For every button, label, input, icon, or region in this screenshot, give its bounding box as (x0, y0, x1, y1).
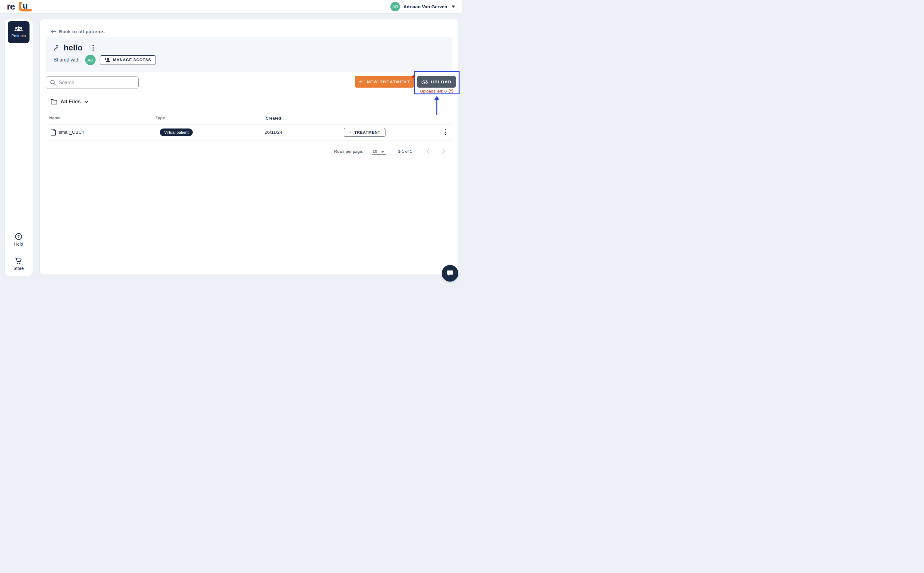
person-add-icon (105, 58, 110, 63)
user-name: Adriaan Van Gerven (403, 4, 447, 9)
chat-bubble-icon (446, 269, 454, 277)
relu-logo[interactable]: re u (7, 2, 33, 12)
row-created-date: 26/11/24 (265, 129, 282, 135)
rows-per-page-value: 10 (372, 149, 377, 154)
back-to-patients-link[interactable]: Back to all patients (51, 29, 105, 34)
pagination-bar: Rows per page: 10 1-1 of 1 (40, 147, 458, 159)
sidebar-item-label: Patients (11, 33, 26, 38)
search-icon (50, 80, 56, 86)
pagination-range: 1-1 of 1 (398, 149, 412, 154)
sidebar-bottom: ? Help Store (5, 233, 33, 271)
rows-per-page-label: Rows per page: (334, 149, 363, 154)
patients-people-icon (14, 26, 23, 32)
chevron-down-icon (84, 100, 89, 103)
sort-descending-arrow-icon: ↓ (282, 116, 284, 121)
chevron-down-icon (452, 6, 455, 8)
person-outline-icon (53, 45, 60, 51)
user-menu[interactable]: AD Adriaan Van Gerven (390, 2, 455, 11)
new-treatment-button[interactable]: + NEW TREATMENT (355, 76, 414, 88)
store-label: Store (14, 266, 23, 271)
help-circle-question-icon: ? (15, 233, 22, 240)
shared-with-label: Shared with: (53, 57, 81, 63)
file-filter-dropdown[interactable]: All Files (51, 99, 89, 105)
chat-fab-button[interactable] (442, 265, 458, 282)
column-header-type: Type (156, 116, 165, 120)
sidebar-item-help[interactable]: ? Help (14, 233, 23, 247)
row-treatment-label: TREATMENT (355, 130, 380, 135)
shared-user-avatar: AD (85, 55, 95, 65)
sidebar-item-patients[interactable]: Patients (8, 21, 30, 43)
select-caret-icon (381, 151, 384, 153)
svg-text:?: ? (450, 89, 452, 92)
row-file-name: small_CBCT (59, 129, 84, 135)
arrow-left-icon (51, 30, 56, 33)
file-filter-label: All Files (61, 99, 81, 105)
main-content-card: Back to all patients hello Shared with: … (39, 19, 458, 275)
row-type-badge: Virtual patient (160, 128, 193, 136)
patient-options-kebab-menu[interactable] (91, 44, 95, 52)
patient-info-panel: hello Shared with: AD MANAGE ACCESS (46, 37, 452, 72)
uploads-left-status: Uploads left: 0 ? (415, 89, 459, 94)
sidebar-divider (8, 252, 30, 252)
patient-name: hello (64, 43, 83, 53)
logo-text-u: u (23, 2, 28, 11)
select-underline (372, 154, 386, 155)
search-box (46, 76, 139, 89)
manage-access-label: MANAGE ACCESS (113, 58, 151, 62)
annotation-arrow-up (434, 96, 440, 115)
row-treatment-button[interactable]: + TREATMENT (344, 128, 385, 137)
plus-icon: + (349, 129, 351, 135)
file-document-icon (50, 129, 56, 136)
upload-label: UPLOAD (431, 80, 452, 84)
search-input[interactable] (59, 80, 134, 86)
row-options-kebab-menu[interactable] (443, 128, 448, 136)
sidebar: Patients ? Help Store (4, 19, 33, 276)
uploads-info-question-icon[interactable]: ? (449, 89, 453, 94)
store-cart-icon (15, 257, 22, 265)
logo-text-re: re (7, 2, 15, 11)
help-label: Help (14, 242, 23, 247)
table-row-divider (46, 140, 452, 141)
new-treatment-label: NEW TREATMENT (367, 80, 410, 84)
previous-page-chevron-icon[interactable] (424, 147, 432, 155)
user-avatar: AD (390, 2, 400, 11)
column-header-name: Name (49, 116, 61, 120)
created-label: Created (266, 116, 281, 121)
back-link-label: Back to all patients (59, 29, 105, 34)
next-page-chevron-icon[interactable] (439, 147, 447, 155)
relu-logo-graphic: re u (7, 2, 33, 12)
column-header-created-sort[interactable]: Created ↓ (266, 116, 284, 121)
folder-icon (51, 99, 57, 105)
annotation-highlight-box: UPLOAD Uploads left: 0 ? (414, 71, 460, 94)
top-bar: re u AD Adriaan Van Gerven (0, 0, 462, 14)
rows-per-page-select[interactable]: 10 (372, 147, 387, 156)
cloud-upload-icon (421, 79, 428, 84)
table-row[interactable]: small_CBCT Virtual patient 26/11/24 + TR… (40, 125, 458, 140)
uploads-left-text: Uploads left: 0 (420, 89, 447, 94)
upload-button[interactable]: UPLOAD (417, 76, 456, 88)
svg-text:?: ? (17, 234, 20, 239)
manage-access-button[interactable]: MANAGE ACCESS (100, 55, 156, 65)
notification-dot (412, 75, 415, 78)
plus-icon: + (359, 78, 363, 85)
sidebar-item-store[interactable]: Store (14, 257, 23, 271)
